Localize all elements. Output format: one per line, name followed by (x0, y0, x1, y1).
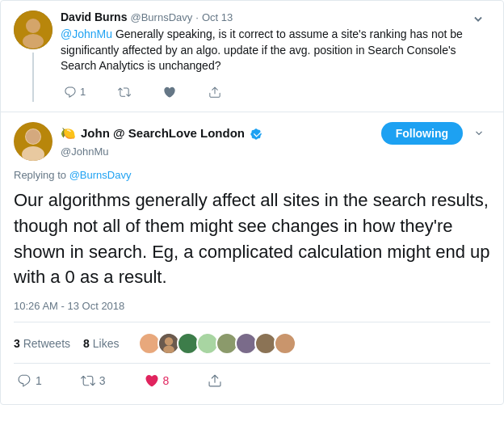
replying-to-label: Replying to @BurnsDavy (14, 169, 490, 181)
main-tweet-avatar (14, 122, 52, 161)
main-tweet: 🍋 John @ SearchLove London Following @Jo… (1, 112, 503, 405)
retweet-likes-row: 3 Retweets 8 Likes (14, 322, 490, 355)
main-tweet-meta: 🍋 John @ SearchLove London Following @Jo… (61, 122, 490, 158)
main-like-button[interactable]: 8 (141, 367, 173, 394)
liker-avatar-8 (274, 332, 296, 355)
verified-badge (250, 126, 262, 141)
first-tweet-body: Generally speaking, is it correct to ass… (61, 27, 463, 72)
likes-count: 8 Likes (83, 337, 119, 350)
svg-point-9 (164, 346, 175, 354)
first-tweet-text: @JohnMu Generally speaking, is it correc… (61, 27, 466, 74)
dm-icon (208, 86, 221, 99)
main-display-name: John @ SearchLove London (81, 126, 245, 140)
first-tweet-avatar (14, 11, 52, 49)
main-reply-icon (17, 373, 32, 388)
main-dm-button[interactable] (204, 367, 225, 394)
first-tweet-user-info: David Burns @BurnsDavy · Oct 13 (61, 11, 466, 23)
first-tweet-more-button[interactable] (466, 11, 490, 28)
main-heart-icon (145, 373, 159, 388)
first-tweet-date: Oct 13 (202, 11, 233, 23)
first-reply-count: 1 (80, 86, 86, 98)
main-dm-icon (208, 373, 222, 388)
first-retweet-button[interactable] (115, 82, 134, 102)
first-dm-button[interactable] (205, 82, 225, 102)
main-tweet-user-row: 🍋 John @ SearchLove London Following (61, 122, 490, 145)
svg-point-6 (26, 129, 40, 144)
main-reply-count: 1 (36, 374, 42, 387)
thread-line-col (14, 11, 52, 102)
main-retweet-button[interactable]: 3 (78, 367, 109, 394)
first-tweet-display-name: David Burns (61, 11, 127, 23)
tweet-thread: David Burns @BurnsDavy · Oct 13 @JohnMu … (0, 0, 504, 405)
first-tweet-mention[interactable]: @JohnMu (61, 27, 112, 40)
retweet-number: 3 (14, 337, 20, 350)
svg-point-1 (26, 19, 40, 33)
main-tweet-body: Our algorithms generally affect all site… (14, 188, 490, 291)
first-tweet: David Burns @BurnsDavy · Oct 13 @JohnMu … (1, 1, 503, 112)
likes-number: 8 (83, 337, 90, 350)
main-like-count: 8 (163, 374, 170, 387)
main-tweet-actions: 1 3 8 (14, 363, 490, 394)
retweet-label: Retweets (23, 337, 70, 350)
heart-icon (163, 86, 176, 99)
first-reply-button[interactable]: 1 (61, 82, 89, 102)
follow-btn-container: Following (381, 122, 490, 145)
main-tweet-more-button[interactable] (468, 125, 490, 141)
main-retweet-count: 3 (99, 374, 106, 387)
svg-point-8 (165, 338, 173, 346)
main-retweet-icon (81, 373, 95, 388)
replying-to-text: Replying to (14, 169, 66, 181)
retweet-count: 3 Retweets (14, 337, 70, 350)
following-button[interactable]: Following (381, 122, 463, 145)
main-tweet-header: 🍋 John @ SearchLove London Following @Jo… (14, 122, 490, 161)
first-tweet-actions: 1 (61, 82, 490, 102)
banana-emoji: 🍋 (61, 126, 76, 141)
main-tweet-username[interactable]: @JohnMu (61, 145, 490, 158)
first-tweet-username[interactable]: @BurnsDavy (130, 11, 192, 23)
tweet-timestamp: 10:26 AM - 13 Oct 2018 (14, 300, 490, 312)
dot-separator: · (195, 11, 199, 23)
retweet-icon (118, 86, 131, 99)
main-reply-button[interactable]: 1 (14, 367, 45, 394)
liked-avatars-row (138, 332, 296, 355)
svg-point-2 (23, 34, 44, 48)
replying-to-user[interactable]: @BurnsDavy (69, 169, 132, 181)
thread-connector-line (32, 53, 34, 102)
likes-label: Likes (93, 337, 120, 350)
reply-icon (64, 86, 77, 99)
first-like-button[interactable] (160, 82, 179, 102)
first-tweet-meta: David Burns @BurnsDavy · Oct 13 @JohnMu … (61, 11, 466, 74)
main-tweet-user-info: 🍋 John @ SearchLove London (61, 126, 262, 141)
